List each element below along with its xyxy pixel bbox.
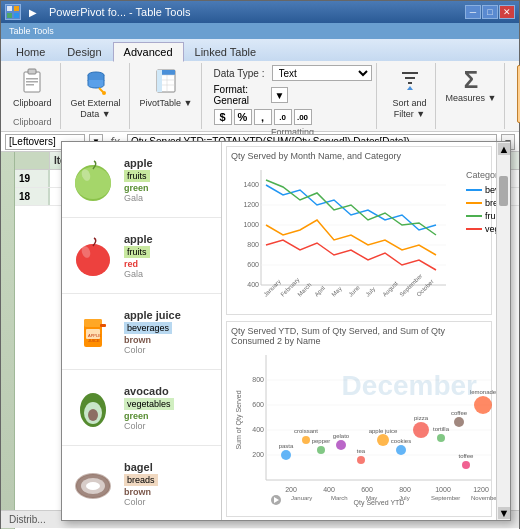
popup-scrollbar[interactable]: ▲ ▼ xyxy=(496,142,510,520)
list-item[interactable]: APPLE JUICE apple juice beverages brown … xyxy=(62,294,221,370)
list-item[interactable]: apple fruits red Gala xyxy=(62,218,221,294)
svg-text:May: May xyxy=(366,495,377,501)
popup-panel: apple fruits green Gala xyxy=(61,141,511,521)
measures-content: Σ Measures ▼ xyxy=(442,65,501,125)
svg-text:toffee: toffee xyxy=(459,453,475,459)
svg-text:March: March xyxy=(296,282,312,298)
svg-rect-3 xyxy=(14,13,19,18)
row-num-header xyxy=(15,152,50,169)
legend-line-breads xyxy=(466,202,482,204)
svg-text:July: July xyxy=(399,495,410,501)
item-details-avocado: avocado vegetables green Color xyxy=(124,385,215,431)
legend-label-beverages: beverages xyxy=(485,185,496,195)
item-sub2: Color xyxy=(124,421,215,431)
clipboard-button[interactable]: Clipboard xyxy=(9,65,56,112)
ribbon-tabs: Home Design Advanced Linked Table xyxy=(1,39,519,61)
clipboard-content: Clipboard xyxy=(9,65,56,115)
row-num-2: 18 xyxy=(15,188,50,205)
svg-text:Sum of Qty Served: Sum of Qty Served xyxy=(235,390,243,449)
list-item[interactable]: avocado vegetables green Color xyxy=(62,370,221,446)
item-image-avocado xyxy=(68,383,118,433)
legend-label-vegetables: vegetables xyxy=(485,224,496,234)
ribbon-group-clipboard: Clipboard Clipboard xyxy=(5,63,61,129)
svg-text:gelato: gelato xyxy=(333,433,350,439)
item-sub2: Gala xyxy=(124,269,215,279)
main-window: ▶ PowerPivot fo... - Table Tools ─ □ ✕ T… xyxy=(0,0,520,529)
maximize-button[interactable]: □ xyxy=(482,5,498,19)
tab-home[interactable]: Home xyxy=(5,41,56,61)
ribbon-content: Clipboard Clipboard xyxy=(1,61,519,131)
svg-text:1000: 1000 xyxy=(435,486,451,493)
measures-group-label xyxy=(442,125,501,127)
scroll-thumb[interactable] xyxy=(499,176,508,206)
close-button[interactable]: ✕ xyxy=(499,5,515,19)
tab-linked-table[interactable]: Linked Table xyxy=(184,41,268,61)
chart1-svg: 1400 1200 1000 800 600 400 January Febru… xyxy=(231,165,461,310)
chart1-legend: Category beverages breads xyxy=(461,165,496,310)
table-tools-label: Table Tools xyxy=(9,26,54,36)
window-title: PowerPivot fo... - Table Tools xyxy=(49,6,190,18)
svg-rect-6 xyxy=(26,78,38,80)
left-indicator-panel xyxy=(1,152,15,529)
scroll-up-button[interactable]: ▲ xyxy=(498,143,510,155)
svg-text:coffee: coffee xyxy=(451,410,468,416)
minimize-button[interactable]: ─ xyxy=(465,5,481,19)
list-item[interactable]: apple fruits green Gala xyxy=(62,142,221,218)
get-external-data-button[interactable]: Get ExternalData ▼ xyxy=(67,65,125,123)
legend-line-fruits xyxy=(466,215,482,217)
pivot-table-button[interactable]: PivotTable ▼ xyxy=(136,65,197,112)
tab-advanced[interactable]: Advanced xyxy=(113,42,184,62)
svg-point-99 xyxy=(281,450,291,460)
svg-text:croissant: croissant xyxy=(294,428,318,434)
svg-point-115 xyxy=(437,434,445,442)
app-icon-2[interactable]: ▶ xyxy=(25,4,41,20)
window-controls: ─ □ ✕ xyxy=(465,5,515,19)
app-icon-1[interactable] xyxy=(5,4,21,20)
svg-point-101 xyxy=(302,436,310,444)
item-name: bagel xyxy=(124,461,215,473)
sort-filter-button[interactable]: Sort andFilter ▼ xyxy=(389,65,431,123)
sort-group-label xyxy=(389,125,431,127)
comma-button[interactable]: , xyxy=(254,109,272,125)
decrease-decimal-button[interactable]: .0 xyxy=(274,109,292,125)
svg-text:tea: tea xyxy=(357,448,366,454)
legend-label-fruits: fruits xyxy=(485,211,496,221)
percent-button[interactable]: % xyxy=(234,109,252,125)
svg-text:pasta: pasta xyxy=(279,443,294,449)
chart1-container: Qty Served by Month Name, and Category xyxy=(226,146,492,315)
svg-text:400: 400 xyxy=(247,281,259,288)
external-group-label xyxy=(67,125,125,127)
item-image-apple-red xyxy=(68,231,118,281)
ribbon-group-pivot: PivotTable ▼ xyxy=(132,63,202,129)
pivot-label: PivotTable ▼ xyxy=(140,98,193,109)
svg-text:May: May xyxy=(330,285,342,297)
measures-icon: Σ xyxy=(464,68,478,92)
increase-decimal-button[interactable]: .00 xyxy=(294,109,312,125)
chart1-area: 1400 1200 1000 800 600 400 January Febru… xyxy=(231,165,487,310)
item-sub1: red xyxy=(124,259,215,269)
svg-rect-0 xyxy=(7,6,12,11)
format-dropdown-button[interactable]: ▼ xyxy=(271,87,289,103)
pivot-content: PivotTable ▼ xyxy=(136,65,197,125)
svg-text:400: 400 xyxy=(323,486,335,493)
svg-text:Qty Served YTD: Qty Served YTD xyxy=(354,499,405,507)
item-sub1: brown xyxy=(124,487,215,497)
svg-point-117 xyxy=(454,417,464,427)
svg-text:600: 600 xyxy=(361,486,373,493)
datatype-row: Data Type : Text Whole Number Decimal xyxy=(214,65,372,81)
svg-point-107 xyxy=(357,456,365,464)
svg-point-119 xyxy=(462,461,470,469)
tab-design[interactable]: Design xyxy=(56,41,112,61)
scroll-down-button[interactable]: ▼ xyxy=(498,507,510,519)
svg-point-56 xyxy=(86,482,100,490)
currency-button[interactable]: $ xyxy=(214,109,232,125)
measures-button[interactable]: Σ Measures ▼ xyxy=(442,65,501,107)
list-item[interactable]: bagel breads brown Color xyxy=(62,446,221,520)
titlebar: ▶ PowerPivot fo... - Table Tools ─ □ ✕ xyxy=(1,1,519,23)
svg-text:pizza: pizza xyxy=(414,415,429,421)
datatype-select[interactable]: Text Whole Number Decimal xyxy=(272,65,372,81)
ribbon: Table Tools Home Design Advanced Linked … xyxy=(1,23,519,132)
svg-text:pepper: pepper xyxy=(312,438,331,444)
svg-rect-5 xyxy=(28,69,36,74)
svg-text:1200: 1200 xyxy=(243,201,259,208)
